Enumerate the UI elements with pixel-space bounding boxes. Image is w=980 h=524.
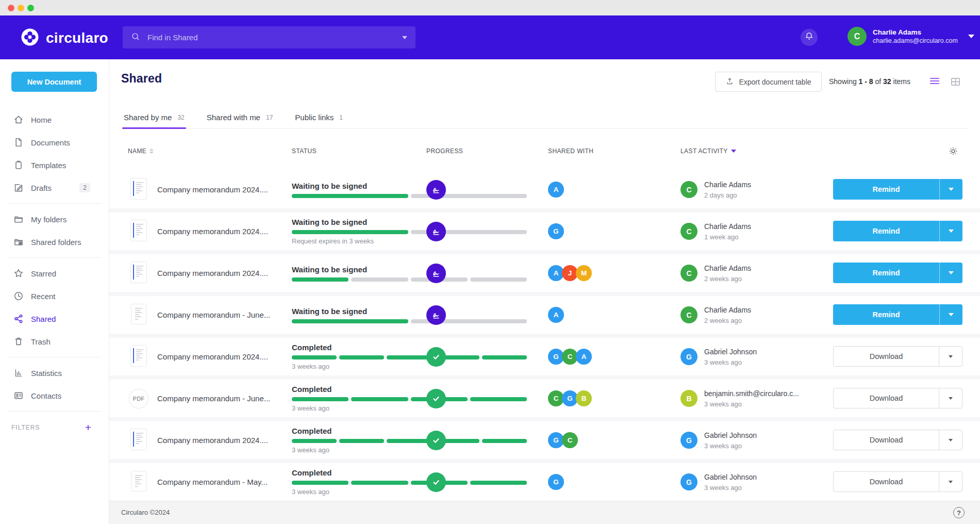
sidebar-item-my-folders[interactable]: My folders (0, 208, 109, 231)
activity-time: 1 week ago (704, 233, 751, 241)
activity-time: 3 weeks ago (704, 358, 757, 366)
status-label: Waiting to be signed (292, 218, 527, 226)
remind-split-button: Remind (833, 179, 962, 200)
remind-button[interactable]: Remind (833, 221, 939, 241)
stats-icon (13, 368, 24, 378)
signature-icon (426, 264, 446, 283)
activity-time: 2 weeks ago (704, 317, 751, 324)
sidebar-item-contacts[interactable]: Contacts (0, 384, 109, 407)
status-label: Completed (292, 343, 527, 352)
document-icon (13, 137, 24, 148)
user-menu[interactable]: C Charlie Adams charlie.adams@circularo.… (848, 27, 974, 46)
table-row[interactable]: Company memorandum - June...Waiting to b… (109, 296, 980, 334)
last-activity-cell: GGabriel Johnson3 weeks ago (680, 338, 757, 375)
notifications-button[interactable] (801, 29, 818, 46)
progress-segment (387, 439, 431, 443)
download-button[interactable]: Download (834, 472, 939, 492)
table-row[interactable]: Company memorandum 2024....Waiting to be… (109, 171, 980, 208)
progress-segment (292, 277, 348, 282)
sidebar-item-label: My folders (31, 215, 67, 224)
sidebar-item-label: Trash (31, 337, 51, 346)
progress-bar (292, 194, 527, 198)
search-input[interactable] (146, 32, 396, 42)
sidebar-item-shared[interactable]: Shared (0, 307, 109, 330)
document-thumbnail-cell: PDF (128, 380, 150, 417)
brand-logo[interactable]: circularo (20, 27, 108, 50)
remind-dropdown-button[interactable] (939, 221, 962, 241)
table-row[interactable]: Company memorandum - May...Completed3 we… (109, 463, 980, 501)
tab-shared-with-me[interactable]: Shared with me17 (205, 106, 275, 128)
column-header-progress: PROGRESS (426, 148, 463, 155)
add-filter-button[interactable]: + (85, 422, 91, 433)
progress-segment (387, 355, 431, 359)
sidebar-item-label: Templates (31, 161, 66, 170)
sidebar-divider (7, 203, 102, 204)
table-row[interactable]: Company memorandum 2024....Completed3 we… (109, 421, 980, 459)
sidebar-item-drafts[interactable]: Drafts2 (0, 176, 109, 199)
sidebar-item-home[interactable]: Home (0, 108, 109, 131)
download-button[interactable]: Download (834, 430, 939, 450)
shared-with-cell: G (548, 212, 564, 250)
drafts-count-badge: 2 (79, 183, 90, 192)
remind-button[interactable]: Remind (833, 304, 939, 325)
remind-button[interactable]: Remind (833, 179, 939, 200)
help-button[interactable]: ? (953, 507, 965, 518)
sidebar-item-starred[interactable]: Starred (0, 262, 109, 285)
activity-avatar: C (680, 223, 697, 240)
activity-name: Charlie Adams (704, 306, 751, 314)
status-cell: Waiting to be signed (292, 171, 527, 208)
table-row[interactable]: Company memorandum 2024....Completed3 we… (109, 338, 980, 375)
close-window-button[interactable] (8, 5, 14, 11)
circularo-logo-icon (20, 27, 40, 50)
sidebar-item-statistics[interactable]: Statistics (0, 362, 109, 384)
table-settings-button[interactable] (948, 145, 960, 158)
sidebar-item-documents[interactable]: Documents (0, 131, 109, 154)
activity-time: 3 weeks ago (704, 442, 757, 450)
tab-public-links[interactable]: Public links1 (293, 106, 344, 128)
download-dropdown-button[interactable] (939, 347, 962, 366)
column-header-last-activity[interactable]: LAST ACTIVITY (680, 148, 736, 155)
download-button[interactable]: Download (834, 388, 939, 408)
minimize-window-button[interactable] (18, 5, 24, 11)
document-thumbnail-cell (128, 254, 150, 292)
sidebar-item-recent[interactable]: Recent (0, 285, 109, 307)
column-header-name[interactable]: NAME (128, 148, 154, 155)
tab-shared-by-me[interactable]: Shared by me32 (122, 106, 186, 128)
sidebar-item-shared-folders[interactable]: Shared folders (0, 231, 109, 253)
new-document-button[interactable]: New Document (11, 72, 97, 92)
sidebar-item-templates[interactable]: Templates (0, 154, 109, 176)
zoom-window-button[interactable] (27, 5, 34, 11)
star-icon (13, 268, 24, 279)
table-row[interactable]: Company memorandum 2024....Waiting to be… (109, 254, 980, 292)
shared-with-cell: G (548, 463, 564, 501)
template-icon (13, 160, 24, 170)
caret-down-icon (949, 481, 953, 483)
sidebar-item-label: Statistics (31, 369, 62, 378)
table-row[interactable]: PDFCompany memorandum - June...Completed… (109, 380, 980, 417)
sidebar-item-trash[interactable]: Trash (0, 330, 109, 353)
remind-dropdown-button[interactable] (939, 304, 962, 325)
signature-icon (426, 180, 446, 200)
document-name: Company memorandum - June... (157, 296, 286, 334)
grid-view-toggle[interactable] (949, 76, 962, 89)
clock-icon (13, 291, 24, 301)
search-scope-dropdown-icon[interactable] (402, 36, 407, 39)
remind-button[interactable]: Remind (833, 263, 939, 283)
document-name: Company memorandum - June... (157, 380, 286, 417)
remind-dropdown-button[interactable] (939, 179, 962, 200)
download-dropdown-button[interactable] (939, 472, 962, 492)
activity-name: Charlie Adams (704, 264, 751, 272)
table-row[interactable]: Company memorandum 2024....Waiting to be… (109, 212, 980, 250)
export-document-table-button[interactable]: Export document table (715, 72, 822, 92)
list-view-toggle[interactable] (928, 76, 941, 89)
remind-dropdown-button[interactable] (939, 263, 962, 283)
progress-bar (292, 397, 527, 401)
download-dropdown-button[interactable] (939, 388, 962, 408)
download-button[interactable]: Download (834, 347, 939, 366)
status-label: Completed (292, 468, 527, 477)
gear-icon (948, 150, 959, 158)
progress-segment (292, 230, 408, 234)
last-activity-cell: GGabriel Johnson3 weeks ago (680, 421, 757, 459)
download-dropdown-button[interactable] (939, 430, 962, 450)
tab-label: Public links (295, 113, 334, 122)
